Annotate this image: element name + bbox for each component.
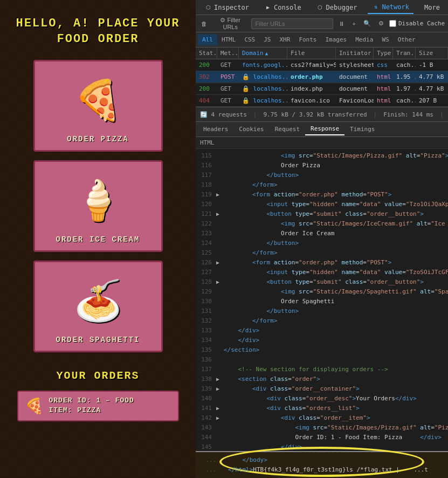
filter-tab-media[interactable]: Media <box>351 34 377 45</box>
tab-more[interactable]: More <box>420 2 444 13</box>
code-line-116: 116 Order Pizza <box>196 161 448 170</box>
network-status-bar: 🔄 4 requests | 9.75 kB / 3.92 kB transfe… <box>196 107 448 122</box>
th-domain[interactable]: Domain ▲ <box>239 47 287 59</box>
code-line-129: 129 <img src="Static/Images/Spaghetti.gi… <box>196 287 448 297</box>
cell-file: index.php <box>287 83 336 94</box>
code-line-body-close: ... </body> <box>200 455 444 465</box>
cell-status: 200 <box>196 83 217 94</box>
filter-tabs: All HTML CSS JS XHR Fonts Images Media W… <box>196 32 448 47</box>
order-item-text: ORDER ID: 1 – FOODITEM: PIZZA <box>49 396 134 415</box>
cell-transfer: 1.97 ... <box>393 83 416 94</box>
th-transfer[interactable]: Tran... <box>393 47 416 59</box>
pizza-label: Order Pizza <box>67 135 128 144</box>
network-icon: ⇅ <box>372 3 380 11</box>
cell-domain: 🔒 localhos... <box>239 95 287 106</box>
tab-headers[interactable]: Headers <box>198 124 233 135</box>
code-line-132: 132 </form> <box>196 316 448 326</box>
code-line-121: 121 ▶ <button type="submit" class="order… <box>196 209 448 219</box>
code-line-122: 122 <img src="Static/Images/IceCream.gif… <box>196 219 448 229</box>
code-line-137: 137 <!-- New section for displaying orde… <box>196 365 448 374</box>
inspector-icon: ⬡ <box>204 4 212 11</box>
response-code-viewer[interactable]: 115 <img src="Static/Images/Pizza.gif" a… <box>196 149 448 451</box>
tab-network[interactable]: ⇅ Network <box>368 1 413 14</box>
settings-button[interactable]: ⚙ <box>376 19 386 28</box>
add-button[interactable]: + <box>350 19 357 28</box>
filter-tab-html[interactable]: HTML <box>217 34 240 45</box>
table-row[interactable]: 404 GET 🔒 localhos... favicon.ico Favico… <box>196 95 448 107</box>
cell-domain: fonts.googl... <box>239 59 287 71</box>
cell-initiator: stylesheet <box>336 59 374 71</box>
filter-tab-fonts[interactable]: Fonts <box>294 34 321 45</box>
th-status[interactable]: Stat... <box>196 47 217 59</box>
tab-timings[interactable]: Timings <box>344 124 380 135</box>
th-method[interactable]: Met... <box>217 47 239 59</box>
th-type[interactable]: Type <box>374 47 393 59</box>
filter-tab-images[interactable]: Images <box>321 34 351 45</box>
page-title: Hello, A! Place Your Food Order <box>11 16 185 47</box>
filter-tab-css[interactable]: CSS <box>240 34 259 45</box>
disable-cache-label[interactable]: Disable Cache <box>389 20 445 27</box>
table-row[interactable]: 200 GET fonts.googl... css2?family=Silk … <box>196 59 448 71</box>
filter-tab-xhr[interactable]: XHR <box>275 34 295 45</box>
order-pizza-card[interactable]: 🍕 Order Pizza <box>33 60 163 152</box>
th-file[interactable]: File <box>287 47 336 59</box>
table-row[interactable]: 200 GET 🔒 localhos... index.php document… <box>196 83 448 95</box>
cell-transfer: cach... <box>393 95 416 106</box>
code-line-145: 145 </div> <box>196 442 448 451</box>
code-line-133: 133 </div> <box>196 326 448 336</box>
code-line-139: 139 ▶ <div class="order__container"> <box>196 384 448 394</box>
filter-tab-other[interactable]: Other <box>394 34 420 45</box>
transfer-size: 9.75 kB / 3.92 kB transferred <box>263 111 367 118</box>
code-line-140: 140 <div class="order__desc">Your Orders… <box>196 394 448 404</box>
disable-cache-checkbox[interactable] <box>389 20 396 27</box>
cell-file: css2?family=Silk <box>287 59 336 71</box>
order-pizza-icon: 🍕 <box>25 397 44 415</box>
code-line-127: 127 <input type="hidden" name="data" val… <box>196 268 448 277</box>
code-line-135: 135 </section> <box>196 345 448 355</box>
filter-tab-js[interactable]: JS <box>259 34 275 45</box>
code-line-143: 143 <img src="Static/Images/Pizza.gif" a… <box>196 423 448 433</box>
cell-transfer: 1.95 ... <box>393 71 416 83</box>
tab-inspector[interactable]: ⬡ Inspector <box>200 2 253 13</box>
tab-debugger[interactable]: ⬡ Debugger <box>312 2 362 13</box>
tab-request[interactable]: Request <box>270 124 305 135</box>
table-row[interactable]: 302 POST 🔒 localhos... order.php documen… <box>196 71 448 83</box>
order-spaghetti-card[interactable]: 🍝 Order Spaghetti <box>33 261 163 352</box>
filter-tab-all[interactable]: All <box>198 34 217 45</box>
code-line-124: 124 </button> <box>196 238 448 248</box>
cell-size: 207 B <box>416 95 448 106</box>
cell-size: 4.77 kB <box>416 83 448 94</box>
cell-size: -1 B <box>416 59 448 71</box>
code-line-125: 125 </form> <box>196 248 448 258</box>
cell-initiator: document <box>336 83 374 94</box>
code-line-120: 120 <input type="hidden" name="data" val… <box>196 200 448 209</box>
tab-cookies[interactable]: Cookies <box>233 124 269 135</box>
icecream-icon: 🍦 <box>68 170 128 230</box>
tab-response[interactable]: Response <box>305 123 344 135</box>
cell-domain: 🔒 localhos... <box>239 83 287 94</box>
tab-console[interactable]: ▶ Console <box>260 2 306 13</box>
filter-icon[interactable]: ⚙ Filter URLs <box>212 16 248 31</box>
icecream-label: Order Ice Cream <box>56 235 140 244</box>
devtools-tabbar: ⬡ Inspector ▶ Console ⬡ Debugger ⇅ Netwo… <box>196 0 448 15</box>
pizza-icon: 🍕 <box>68 70 128 129</box>
cell-file: favicon.ico <box>287 95 336 106</box>
code-line-123: 123 Order Ice Cream <box>196 229 448 238</box>
cell-status: 302 <box>196 71 217 83</box>
filter-tab-ws[interactable]: WS <box>377 34 393 45</box>
cell-type: css <box>374 59 393 71</box>
table-header: Stat... Met... Domain ▲ File Initiator T… <box>196 47 448 59</box>
cell-domain: 🔒 localhos... <box>239 71 287 83</box>
code-line-142: 142 ▶ <div class="order__item"> <box>196 413 448 423</box>
th-initiator[interactable]: Initiator <box>336 47 374 59</box>
th-size[interactable]: Size <box>416 47 448 59</box>
search-button[interactable]: 🔍 <box>361 19 373 28</box>
cell-initiator: document <box>336 71 374 83</box>
clear-button[interactable]: 🗑 <box>199 19 209 28</box>
code-line-html-close-flag: ... </html>HTB{f4k3_fl4g_f0r_t3st1ng}ls … <box>200 465 444 475</box>
filter-input[interactable] <box>251 18 333 29</box>
code-line-144: 144 Order ID: 1 - Food Item: Pizza </div… <box>196 433 448 442</box>
cell-method: GET <box>217 59 239 71</box>
pause-button[interactable]: ⏸ <box>336 19 347 28</box>
order-icecream-card[interactable]: 🍦 Order Ice Cream <box>33 160 163 252</box>
